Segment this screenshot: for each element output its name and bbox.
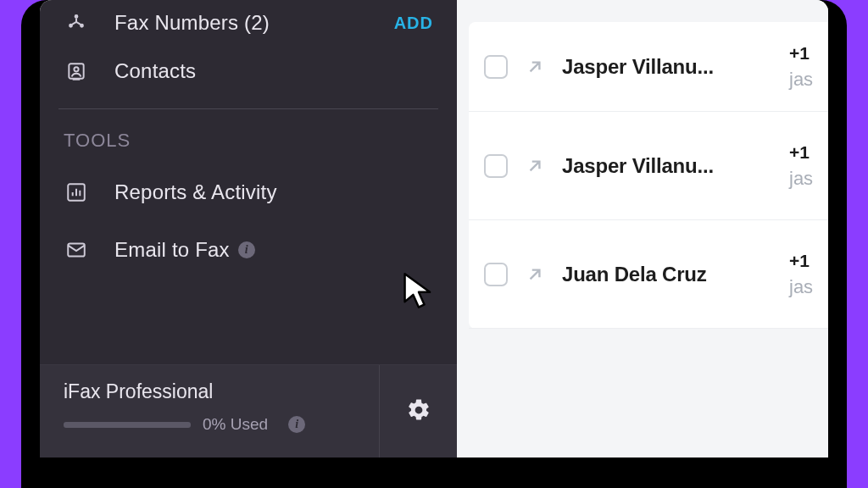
info-icon[interactable]: i bbox=[238, 241, 255, 258]
svg-point-0 bbox=[75, 15, 78, 18]
row-checkbox[interactable] bbox=[484, 154, 508, 178]
contact-name: Jasper Villanu... bbox=[562, 55, 714, 79]
plan-usage: 0% Used i bbox=[64, 415, 359, 434]
sidebar-item-contacts[interactable]: Contacts bbox=[40, 42, 457, 100]
usage-text: 0% Used bbox=[203, 415, 268, 434]
list-item[interactable]: Jasper Villanu... +1 jas bbox=[469, 112, 828, 220]
app-window: Fax Numbers (2) ADD Contacts TOOLS bbox=[40, 0, 828, 458]
contacts-icon bbox=[64, 58, 89, 84]
row-details: +1 jas bbox=[789, 251, 828, 298]
list-item[interactable]: Jasper Villanu... +1 jas bbox=[469, 22, 828, 112]
sidebar-item-label: Fax Numbers (2) bbox=[114, 11, 270, 35]
usage-bar bbox=[64, 422, 191, 428]
svg-point-4 bbox=[74, 67, 78, 71]
detail-text: jas bbox=[789, 69, 828, 91]
svg-point-1 bbox=[70, 25, 72, 27]
row-details: +1 jas bbox=[789, 43, 828, 91]
sidebar-item-reports[interactable]: Reports & Activity bbox=[40, 164, 457, 221]
row-details: +1 jas bbox=[789, 142, 828, 190]
sidebar-item-label: Contacts bbox=[114, 59, 196, 83]
settings-button[interactable] bbox=[379, 365, 457, 458]
device-frame: Fax Numbers (2) ADD Contacts TOOLS bbox=[21, 0, 847, 488]
add-fax-number-button[interactable]: ADD bbox=[394, 14, 433, 33]
row-checkbox[interactable] bbox=[484, 55, 508, 79]
info-icon[interactable]: i bbox=[288, 416, 305, 433]
contact-name: Juan Dela Cruz bbox=[562, 263, 707, 286]
outgoing-arrow-icon bbox=[523, 263, 547, 286]
plan-footer: iFax Professional 0% Used i bbox=[40, 364, 457, 458]
content-area: Jasper Villanu... +1 jas Jasper Villanu.… bbox=[457, 0, 828, 458]
sidebar-section-header-tools: TOOLS bbox=[40, 109, 457, 164]
fax-numbers-icon bbox=[64, 10, 89, 36]
sidebar-item-fax-numbers[interactable]: Fax Numbers (2) ADD bbox=[40, 0, 457, 42]
sidebar: Fax Numbers (2) ADD Contacts TOOLS bbox=[40, 0, 457, 458]
sidebar-item-email-to-fax[interactable]: Email to Fax i bbox=[40, 221, 457, 279]
outgoing-arrow-icon bbox=[523, 154, 547, 178]
phone-prefix: +1 bbox=[789, 251, 828, 271]
contact-name: Jasper Villanu... bbox=[562, 154, 714, 178]
sidebar-item-label: Reports & Activity bbox=[114, 180, 277, 204]
outgoing-arrow-icon bbox=[523, 55, 547, 79]
email-icon bbox=[64, 237, 89, 263]
phone-prefix: +1 bbox=[789, 142, 828, 163]
plan-info: iFax Professional 0% Used i bbox=[40, 365, 379, 458]
sidebar-item-label: Email to Fax bbox=[114, 238, 230, 262]
detail-text: jas bbox=[789, 168, 828, 190]
detail-text: jas bbox=[789, 276, 828, 298]
svg-point-2 bbox=[81, 25, 83, 27]
row-checkbox[interactable] bbox=[484, 263, 508, 286]
plan-title: iFax Professional bbox=[64, 380, 359, 403]
reports-icon bbox=[64, 180, 89, 205]
gear-icon bbox=[406, 397, 431, 426]
fax-list: Jasper Villanu... +1 jas Jasper Villanu.… bbox=[469, 22, 828, 329]
phone-prefix: +1 bbox=[789, 43, 828, 64]
list-item[interactable]: Juan Dela Cruz +1 jas bbox=[469, 220, 828, 329]
